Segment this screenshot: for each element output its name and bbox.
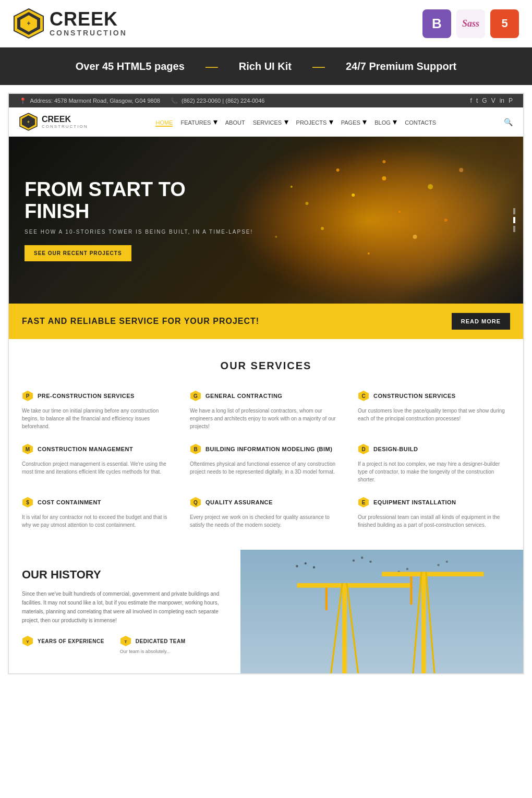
- slider-dot-1[interactable]: [513, 208, 515, 214]
- pre-construction-icon: P: [22, 390, 33, 402]
- years-icon: Y: [22, 635, 33, 647]
- location-icon: 📍: [19, 98, 27, 104]
- svg-point-9: [382, 176, 386, 180]
- nav-link-home[interactable]: HOME: [155, 119, 173, 127]
- service-title-4: CONSTRUCTION MANAGEMENT: [38, 446, 133, 452]
- bootstrap-badge: B: [422, 9, 451, 38]
- yellow-banner: FAST AND RELIABLE SERVICE FOR YOUR PROJE…: [9, 304, 523, 339]
- svg-point-54: [437, 564, 439, 566]
- svg-point-19: [460, 168, 464, 172]
- svg-rect-45: [240, 550, 523, 673]
- address-text: 📍 Address: 4578 Marmont Road, Glasgow, G…: [19, 98, 160, 104]
- service-title-2: GENERAL CONTRACTING: [205, 393, 282, 399]
- services-section: OUR SERVICES P PRE-CONSTRUCTION SERVICES…: [9, 339, 523, 550]
- hero-cta-button[interactable]: SEE OUR RECENT PROJECTS: [25, 245, 131, 261]
- svg-point-15: [368, 252, 370, 255]
- logo-construction: CONSTRUCTION: [50, 29, 127, 37]
- read-more-button[interactable]: READ MORE: [452, 313, 510, 330]
- nav-link-services[interactable]: SERVICES: [253, 119, 282, 126]
- nav-item-blog[interactable]: BLOG ▾: [374, 117, 397, 127]
- nav-item-home[interactable]: HOME: [155, 117, 173, 127]
- svg-text:Y: Y: [26, 639, 29, 644]
- promo-bar: Over 45 HTML5 pages — Rich UI Kit — 24/7…: [0, 47, 532, 85]
- svg-point-53: [406, 568, 408, 570]
- svg-text:G: G: [194, 393, 198, 399]
- service-title-8: QUALITY ASSURANCE: [205, 499, 273, 505]
- service-desc-1: We take our time on initial planning bef…: [22, 407, 174, 430]
- hero-content: FROM START TOFINISH SEE HOW A 10-STORIES…: [9, 163, 269, 277]
- pinterest-icon[interactable]: P: [509, 97, 513, 104]
- stat-team: T DEDICATED TEAM Our team is absolutely.…: [120, 635, 186, 655]
- service-desc-3: Our customers love the pace/quality temp…: [358, 407, 510, 422]
- service-item-5: B BUILDING INFORMATION MODELING (BIM) Of…: [190, 443, 342, 483]
- service-desc-2: We have a long list of professional cont…: [190, 407, 342, 430]
- hero-subtitle: SEE HOW A 10-STORIES TOWER IS BEING BUIL…: [25, 229, 253, 235]
- construction-services-icon: C: [358, 390, 369, 402]
- service-item-1: P PRE-CONSTRUCTION SERVICES We take our …: [22, 390, 174, 430]
- hero-slider-dots: [513, 208, 515, 232]
- twitter-icon[interactable]: t: [476, 97, 478, 104]
- svg-text:D: D: [361, 446, 365, 452]
- service-item-3: C CONSTRUCTION SERVICES Our customers lo…: [358, 390, 510, 430]
- svg-rect-61: [410, 576, 412, 604]
- phone-icon: 📞: [171, 98, 178, 104]
- logo-text: CREEK CONSTRUCTION: [50, 10, 127, 37]
- stat-years-label: YEARS OF EXPERIENCE: [38, 638, 104, 644]
- service-title-7: COST CONTAINMENT: [38, 499, 101, 505]
- promo-sep-2: —: [312, 59, 325, 74]
- linkedin-icon[interactable]: in: [500, 97, 504, 104]
- nav-item-features[interactable]: FEATURES ▾: [180, 117, 217, 127]
- googleplus-icon[interactable]: G: [482, 97, 487, 104]
- nav-item-services[interactable]: SERVICES ▾: [253, 117, 288, 127]
- nav-link-pages[interactable]: PAGES: [341, 119, 360, 126]
- svg-point-13: [336, 168, 340, 172]
- service-desc-4: Construction project management is essen…: [22, 460, 174, 476]
- nav-link-features[interactable]: FEATURES: [180, 119, 211, 126]
- brand-logo: + CREEK CONSTRUCTION: [13, 8, 127, 39]
- nav-link-contacts[interactable]: CONTACTS: [405, 119, 436, 126]
- nav-item-about[interactable]: ABOUT: [225, 117, 245, 127]
- svg-rect-58: [325, 588, 327, 610]
- slider-dot-3[interactable]: [513, 226, 515, 232]
- nav-link-about[interactable]: ABOUT: [225, 119, 245, 126]
- service-desc-5: Oftentimes physical and functional essen…: [190, 460, 342, 476]
- svg-text:P: P: [26, 393, 30, 399]
- info-bar-left: 📍 Address: 4578 Marmont Road, Glasgow, G…: [19, 98, 264, 104]
- services-title: OUR SERVICES: [22, 360, 510, 372]
- hero-section: FROM START TOFINISH SEE HOW A 10-STORIES…: [9, 137, 523, 304]
- info-bar: 📍 Address: 4578 Marmont Road, Glasgow, G…: [9, 94, 523, 107]
- nav-item-contacts[interactable]: CONTACTS: [405, 117, 436, 127]
- svg-point-17: [444, 219, 448, 222]
- service-desc-9: Our professional team can install all ki…: [358, 513, 510, 529]
- nav-link-projects[interactable]: PROJECTS: [296, 119, 327, 126]
- history-stats: Y YEARS OF EXPERIENCE T DEDICATED TEAM: [22, 635, 227, 655]
- main-nav: + CREEK CONSTRUCTION HOME FEATURES ▾ ABO…: [9, 107, 523, 137]
- svg-point-8: [352, 194, 355, 197]
- nav-link-blog[interactable]: BLOG: [374, 119, 391, 126]
- nav-logo-sub: CONSTRUCTION: [42, 124, 88, 129]
- stat-team-desc: Our team is absolutely...: [120, 648, 186, 655]
- nav-item-projects[interactable]: PROJECTS ▾: [296, 117, 333, 127]
- html5-badge: 5: [490, 9, 519, 38]
- nav-logo-icon: +: [19, 113, 38, 131]
- vimeo-icon[interactable]: V: [491, 97, 495, 104]
- nav-logo-name: CREEK: [42, 115, 88, 124]
- tech-badges: B Sass 5: [422, 9, 519, 38]
- bim-icon: B: [190, 443, 201, 455]
- svg-point-10: [398, 211, 401, 213]
- facebook-icon[interactable]: f: [470, 97, 472, 104]
- top-header: + CREEK CONSTRUCTION B Sass 5: [0, 0, 532, 47]
- inner-site: 📍 Address: 4578 Marmont Road, Glasgow, G…: [8, 93, 524, 674]
- service-title-3: CONSTRUCTION SERVICES: [373, 393, 456, 399]
- nav-logo: + CREEK CONSTRUCTION: [19, 113, 88, 131]
- nav-item-pages[interactable]: PAGES ▾: [341, 117, 367, 127]
- history-section: OUR HISTORY Since then we've built hundr…: [9, 550, 523, 673]
- svg-point-11: [321, 227, 324, 230]
- promo-item-3: 24/7 Premium Support: [346, 61, 456, 72]
- logo-icon: +: [13, 8, 44, 39]
- service-item-6: D DESIGN-BUILD If a project is not too c…: [358, 443, 510, 483]
- service-title-6: DESIGN-BUILD: [373, 446, 418, 452]
- svg-point-16: [306, 202, 309, 205]
- search-icon[interactable]: 🔍: [504, 118, 513, 126]
- slider-dot-2[interactable]: [513, 217, 515, 223]
